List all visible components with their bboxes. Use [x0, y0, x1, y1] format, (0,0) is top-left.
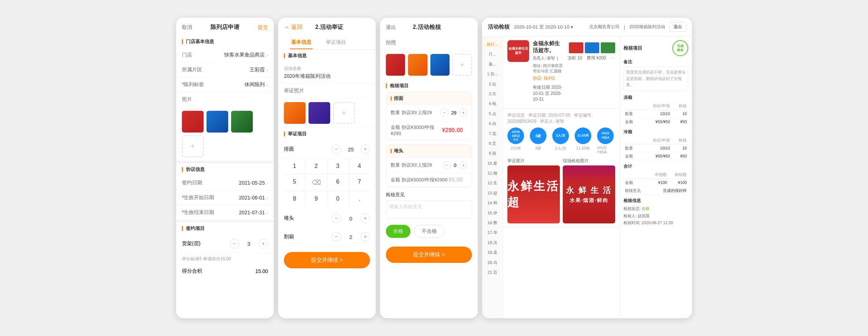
- evidence-photo-col: 举证图片 永鲜生活超: [507, 158, 560, 223]
- list-item-11[interactable]: 11.物: [482, 168, 503, 178]
- list-item-2[interactable]: 2.往: [482, 79, 503, 89]
- shelf-face-decrement[interactable]: −: [332, 144, 341, 154]
- list-item-6[interactable]: 6.自: [482, 119, 503, 129]
- list-item-4[interactable]: 4.电: [482, 99, 503, 109]
- shelf-value: 3: [243, 241, 254, 247]
- stat-visits: 2人/次 2人/次: [552, 127, 569, 154]
- check-time: 检核时间: 2020-08-27 11:20: [624, 219, 688, 227]
- list-item-1[interactable]: 1.百...: [482, 69, 503, 79]
- freeze-box-title: 冻箱: [624, 94, 688, 101]
- key-7[interactable]: 7: [349, 174, 370, 191]
- pass-button[interactable]: 合格: [386, 225, 410, 238]
- key-5[interactable]: 5: [284, 174, 305, 191]
- list-item-12[interactable]: 12.生: [482, 178, 503, 188]
- list-item-3[interactable]: 3.方: [482, 89, 503, 99]
- key-8[interactable]: 8: [284, 191, 305, 206]
- freeze-row-amount: 金额 ¥50/¥50 ¥50: [624, 118, 688, 126]
- list-item-21[interactable]: 21.百: [482, 268, 503, 277]
- stack-head-decrement[interactable]: −: [332, 214, 341, 223]
- key-1[interactable]: 1: [284, 159, 305, 174]
- field-tag[interactable]: *陈列标签 休闲陈列 ›: [176, 77, 274, 92]
- cancel-button[interactable]: 取消: [182, 24, 192, 31]
- list-item-14[interactable]: 14.和: [482, 198, 503, 208]
- list-item-20[interactable]: 20.马: [482, 258, 503, 268]
- list-item-16[interactable]: 16.弊: [482, 218, 503, 228]
- approval-seal: 完成验收: [672, 40, 688, 56]
- shelf-face-count-row: 数量 协议30/上报29 − 29 +: [386, 105, 472, 120]
- add-evidence-photo-button[interactable]: +: [333, 102, 355, 124]
- key-backspace[interactable]: ⌫: [306, 174, 327, 191]
- field-sign-date[interactable]: 签约日期 2021-05-25 ›: [176, 176, 274, 190]
- check-info-content: 检核状态: 合格 检核人: 赵国晨 检核时间: 2020-08-27 11:20: [624, 205, 688, 227]
- shelf-increment-button[interactable]: +: [259, 239, 268, 248]
- separator: |: [624, 25, 625, 30]
- list-item-only[interactable]: 只...: [482, 49, 503, 59]
- cut-box-decrement[interactable]: −: [332, 232, 341, 242]
- add-capture-photo-button[interactable]: +: [452, 54, 472, 76]
- stack-head-count-row: 数量 协议30/上报29 − 0 +: [386, 157, 472, 173]
- list-item-9[interactable]: 9.祖: [482, 148, 503, 158]
- screen2-card: ＜ 返回 2.活动举证 基本信息 举证项目 基本信息 活动名称 2020年堆箱陈…: [278, 18, 376, 318]
- field-end-date[interactable]: *生效结束日期 2021-07-31 ›: [176, 205, 274, 220]
- list-item-15[interactable]: 15.伊: [482, 208, 503, 218]
- exit-button-s4[interactable]: 退出: [669, 22, 686, 32]
- shelf-face-increment[interactable]: +: [361, 144, 370, 154]
- key-9[interactable]: 9: [306, 191, 327, 206]
- shelf-decrement-button[interactable]: −: [230, 239, 239, 248]
- field-check-photo-col: 现场检核图片 永 鲜 生 活 水果·烟酒·鲜肉: [563, 158, 615, 223]
- key-4[interactable]: 4: [349, 159, 370, 174]
- cold-box-title: 冷箱: [624, 129, 688, 135]
- fail-button[interactable]: 不合格: [414, 225, 444, 238]
- shelf-count-increment[interactable]: +: [459, 109, 467, 117]
- screen3-title: 2.活动检核: [413, 24, 441, 31]
- exit-button-s3[interactable]: 退出: [386, 24, 396, 31]
- responsible-label: 负责人: 谢智: [533, 55, 555, 61]
- store-tags: 协议: 陈列1 有效日期 2020-10-01 至 2020-10-31: [533, 75, 564, 102]
- cold-table: 协议/申报 检核 数量 10/10 10 金额 ¥50/¥50: [624, 136, 688, 160]
- field-region[interactable]: 所属片区 王彩霞 ›: [176, 63, 274, 77]
- back-button[interactable]: ＜ 返回: [284, 24, 303, 31]
- cold-row-qty: 数量 10/10 10: [624, 144, 688, 152]
- cut-box-counter: 割箱 − 2 +: [278, 228, 376, 246]
- stack-head-increment[interactable]: +: [361, 214, 370, 223]
- key-3[interactable]: 3: [327, 159, 349, 174]
- capture-photo-1: [386, 54, 405, 76]
- key-0[interactable]: 0: [327, 191, 349, 206]
- cold-row-amount: 金额 ¥50/¥50 ¥50: [624, 152, 688, 160]
- more-options-icon[interactable]: ···: [610, 55, 615, 61]
- list-item-show[interactable]: 展...: [482, 59, 503, 69]
- date-range[interactable]: 2020-10-01 至 2020-10-10 ▾: [514, 24, 573, 30]
- tab-basic-info[interactable]: 基本信息: [284, 35, 319, 49]
- submit-button[interactable]: 提交: [258, 24, 268, 31]
- list-item-13[interactable]: 13.赵: [482, 188, 503, 198]
- opinion-input[interactable]: 请输入检核意见: [386, 200, 472, 218]
- stack-count-decrement[interactable]: −: [443, 161, 451, 169]
- list-item-exec[interactable]: 执行...: [482, 39, 503, 49]
- key-6[interactable]: 6: [327, 174, 349, 191]
- s3-submit-button[interactable]: 提交并继续 >: [386, 247, 472, 263]
- list-item-10[interactable]: 10.星: [482, 159, 503, 168]
- key-dot[interactable]: .: [349, 191, 370, 206]
- list-item-7[interactable]: 7.花: [482, 129, 503, 139]
- shelf-count-decrement[interactable]: −: [441, 109, 448, 117]
- ev-photo-2: [309, 102, 330, 124]
- tab-evidence-items[interactable]: 举证项目: [319, 35, 353, 49]
- stack-count-increment[interactable]: +: [459, 161, 467, 169]
- list-item-19[interactable]: 19.圣: [482, 248, 503, 257]
- list-item-8[interactable]: 8.芷: [482, 139, 503, 148]
- cut-box-increment[interactable]: +: [361, 232, 370, 242]
- activity-label: 2020堆箱陈列活动: [629, 24, 665, 30]
- list-item-5[interactable]: 5.点: [482, 109, 503, 119]
- photo-upload-area: +: [176, 107, 274, 161]
- check-info-title: 检核信息: [624, 198, 688, 204]
- field-start-date[interactable]: *生效开始日期 2021-06-01 ›: [176, 190, 274, 205]
- list-item-18[interactable]: 18.沃: [482, 238, 503, 248]
- screen3-card: 退出 2.活动检核 拍照 + 检核项目 排面 数量 协议30/上报29: [380, 18, 478, 318]
- field-store[interactable]: 门店 快客水果食品商店 ›: [176, 48, 274, 63]
- key-2[interactable]: 2: [306, 159, 327, 174]
- list-item-17[interactable]: 17.华: [482, 228, 503, 238]
- s2-submit-button[interactable]: 提交并继续 >: [284, 252, 370, 268]
- screen4-card: 活动检核 2020-10-01 至 2020-10-10 ▾ 北京顺良育公司 |…: [482, 18, 692, 318]
- stat-time: 10/1010/124.2 2分钟: [507, 127, 524, 154]
- add-photo-button[interactable]: +: [182, 135, 204, 157]
